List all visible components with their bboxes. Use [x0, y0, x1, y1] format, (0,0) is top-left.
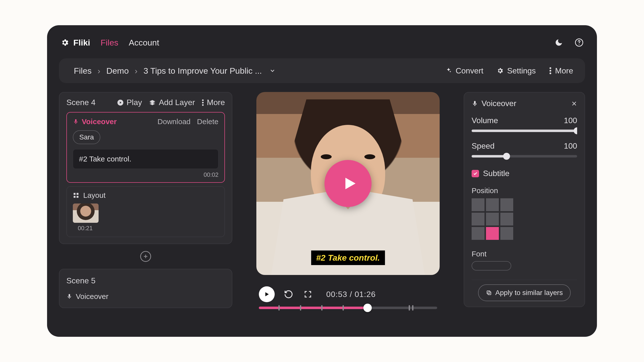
position-top-right[interactable] — [500, 198, 513, 211]
speed-slider[interactable] — [472, 155, 577, 158]
gear-icon — [496, 67, 504, 74]
svg-rect-13 — [488, 292, 491, 295]
voiceover-panel-header: Voiceover — [472, 99, 577, 108]
chevron-down-icon[interactable] — [269, 67, 276, 74]
breadcrumb-root[interactable]: Files — [74, 66, 92, 76]
breadcrumb-folder[interactable]: Demo — [106, 66, 129, 76]
voiceover-panel: Voiceover Volume 100 Speed 10 — [464, 92, 585, 307]
position-bottom-right[interactable] — [500, 227, 513, 240]
speaker-chip[interactable]: Sara — [73, 130, 100, 144]
play-button[interactable] — [259, 286, 275, 302]
position-bottom-left[interactable] — [472, 227, 484, 240]
top-nav: Fliki Files Account — [59, 32, 585, 53]
copy-icon — [486, 290, 492, 296]
svg-rect-12 — [76, 196, 78, 198]
player-controls: 00:53 / 01:26 — [259, 286, 437, 309]
voiceover-actions: Download Delete — [158, 117, 218, 126]
position-label: Position — [472, 186, 577, 195]
subtitle-overlay: #2 Take control. — [311, 250, 385, 265]
subtitle-checkbox[interactable] — [472, 170, 479, 177]
scene-5-card[interactable]: Scene 5 Voiceover — [59, 269, 232, 308]
progress-knob[interactable] — [363, 304, 372, 312]
preview-column: #2 Take control. 00:53 / 01:26 — [242, 92, 454, 337]
svg-rect-11 — [74, 196, 76, 198]
add-scene-row — [59, 251, 232, 262]
scene-5-voiceover: Voiceover — [66, 292, 225, 301]
svg-point-1 — [579, 44, 580, 45]
position-bottom-center[interactable] — [486, 227, 499, 240]
position-top-left[interactable] — [472, 198, 484, 211]
rewind-button[interactable] — [283, 289, 294, 300]
add-scene-button[interactable] — [140, 251, 151, 262]
svg-rect-9 — [74, 193, 76, 195]
rewind-icon — [284, 290, 293, 299]
scene-play-button[interactable]: Play — [117, 98, 142, 107]
play-circle-icon — [117, 99, 124, 106]
nav-files[interactable]: Files — [100, 38, 118, 47]
svg-point-8 — [202, 104, 204, 106]
gear-icon — [60, 38, 70, 47]
volume-slider[interactable] — [472, 130, 577, 132]
scene-4-header: Scene 4 Play Add Layer More — [66, 98, 225, 107]
breadcrumb-actions: Convert Settings More — [445, 66, 573, 75]
panel-title: Voiceover — [482, 99, 516, 108]
position-grid — [472, 198, 577, 240]
panel-body: Volume 100 Speed 100 — [472, 115, 577, 280]
close-panel-button[interactable] — [571, 101, 577, 107]
properties-column: Voiceover Volume 100 Speed 10 — [464, 92, 585, 337]
apply-bar: Apply to similar layers — [472, 280, 577, 307]
font-selector[interactable] — [472, 261, 511, 271]
scene-more-button[interactable]: More — [202, 98, 225, 107]
brand-name: Fliki — [73, 38, 90, 47]
voiceover-duration: 00:02 — [73, 171, 218, 178]
svg-point-4 — [550, 72, 551, 74]
add-layer-button[interactable]: Add Layer — [149, 98, 195, 107]
sparkle-icon — [445, 67, 452, 74]
position-top-center[interactable] — [486, 198, 499, 211]
fullscreen-icon — [304, 290, 312, 298]
position-middle-left[interactable] — [472, 213, 484, 225]
breadcrumb-bar: Files › Demo › 3 Tips to Improve Your Pu… — [59, 58, 585, 83]
layers-icon — [149, 99, 156, 106]
chevron-right-icon: › — [135, 66, 138, 76]
nav-account[interactable]: Account — [129, 38, 159, 47]
player-progress[interactable] — [259, 307, 437, 309]
layout-thumbnail[interactable] — [73, 203, 98, 223]
speed-row: Speed 100 — [472, 142, 577, 151]
big-play-button[interactable] — [324, 160, 372, 207]
apply-similar-button[interactable]: Apply to similar layers — [478, 284, 571, 301]
chevron-right-icon: › — [98, 66, 100, 76]
breadcrumb: Files › Demo › 3 Tips to Improve Your Pu… — [74, 66, 276, 76]
settings-button[interactable]: Settings — [496, 66, 536, 75]
main-columns: Scene 4 Play Add Layer More — [59, 92, 585, 337]
check-icon — [473, 171, 478, 176]
fullscreen-button[interactable] — [302, 289, 313, 300]
more-vertical-icon — [202, 99, 204, 106]
voiceover-title: Voiceover — [73, 117, 117, 126]
top-nav-right — [554, 38, 584, 47]
breadcrumb-file[interactable]: 3 Tips to Improve Your Public ... — [144, 66, 262, 76]
app-window: Fliki Files Account Files › Demo › 3 Tip… — [47, 25, 597, 337]
player-time: 00:53 / 01:26 — [326, 290, 376, 299]
layout-duration: 00:21 — [78, 225, 218, 232]
speed-label: Speed — [472, 142, 495, 151]
voiceover-block[interactable]: Voiceover Download Delete Sara #2 Take c… — [66, 112, 225, 183]
convert-button[interactable]: Convert — [445, 66, 483, 75]
voiceover-download[interactable]: Download — [158, 117, 190, 126]
speed-value: 100 — [564, 142, 577, 151]
subtitle-row: Subtitle — [472, 169, 577, 178]
scene-4-card: Scene 4 Play Add Layer More — [59, 92, 232, 244]
more-button[interactable]: More — [549, 66, 573, 75]
moon-icon[interactable] — [554, 38, 564, 47]
layout-block[interactable]: Layout 00:21 — [66, 186, 225, 237]
voiceover-text-input[interactable]: #2 Take control. — [73, 149, 218, 169]
position-middle-right[interactable] — [500, 213, 513, 225]
scenes-column: Scene 4 Play Add Layer More — [59, 92, 232, 337]
voiceover-delete[interactable]: Delete — [197, 117, 218, 126]
position-middle-center[interactable] — [486, 213, 499, 225]
volume-row: Volume 100 — [472, 116, 577, 125]
video-preview: #2 Take control. — [256, 92, 440, 275]
svg-point-6 — [202, 99, 204, 101]
help-icon[interactable] — [574, 38, 584, 47]
svg-point-2 — [550, 67, 551, 69]
